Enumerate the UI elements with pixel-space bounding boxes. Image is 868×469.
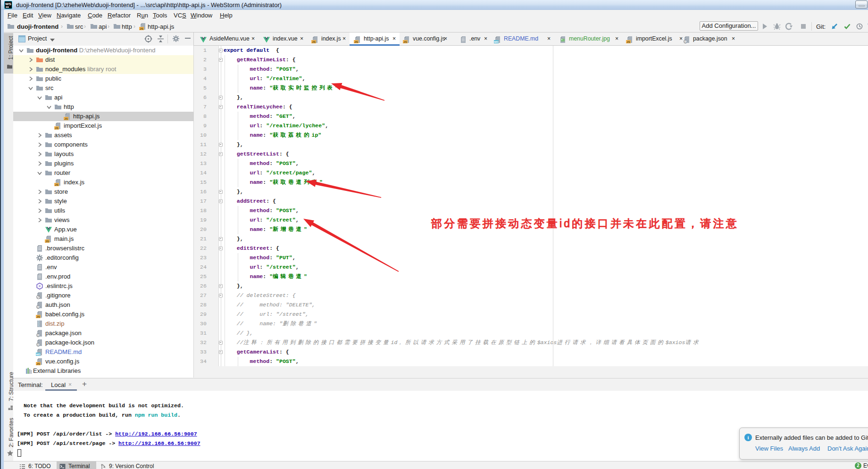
svg-text:MD: MD xyxy=(36,353,41,356)
svg-text:JS: JS xyxy=(312,41,315,43)
svg-text:JS: JS xyxy=(55,127,58,130)
svg-text:JS: JS xyxy=(354,41,358,43)
svg-text:JS: JS xyxy=(403,41,407,43)
svg-text:JS: JS xyxy=(140,27,143,30)
svg-text:JS: JS xyxy=(626,41,630,43)
svg-text:JS: JS xyxy=(64,117,67,120)
svg-text:JS: JS xyxy=(55,183,58,186)
svg-text:JS: JS xyxy=(36,315,40,318)
svg-text:JS: JS xyxy=(45,240,49,243)
svg-text:JS: JS xyxy=(36,362,40,365)
svg-text:MD: MD xyxy=(494,41,499,43)
